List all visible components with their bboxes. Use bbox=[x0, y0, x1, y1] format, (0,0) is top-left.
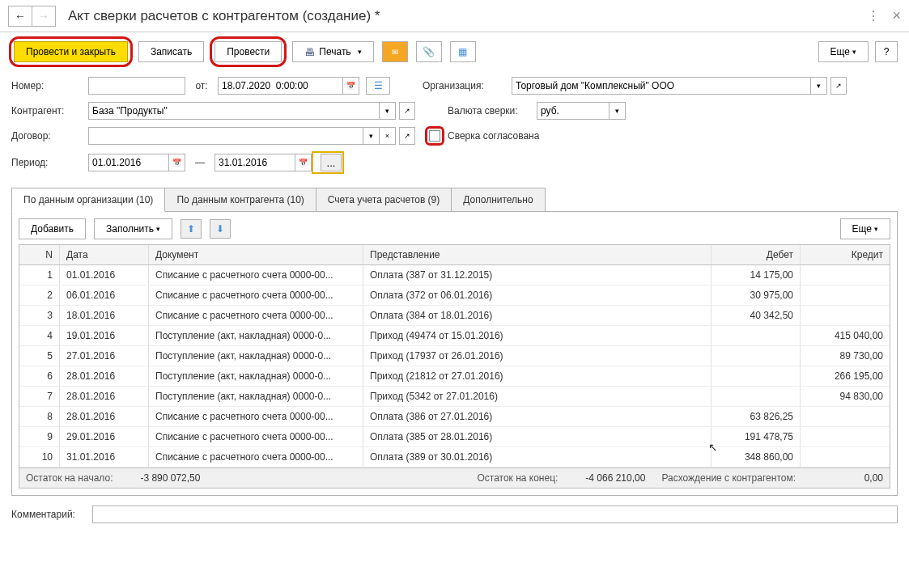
print-icon bbox=[304, 46, 315, 58]
post-and-close-button[interactable]: Провести и закрыть bbox=[14, 41, 128, 62]
cell: 27.01.2016 bbox=[60, 346, 149, 366]
footer-totals: Остаток на начало: -3 890 072,50 Остаток… bbox=[19, 468, 890, 489]
cell: Поступление (акт, накладная) 0000-0... bbox=[149, 387, 363, 406]
cell: Списание с расчетного счета 0000-00... bbox=[149, 286, 363, 305]
cell: Приход (21812 от 27.01.2016) bbox=[363, 366, 711, 386]
post-close-highlight: Провести и закрыть bbox=[9, 36, 133, 67]
title-bar: ← → Акт сверки расчетов с контрагентом (… bbox=[0, 0, 909, 32]
cell: Приход (5342 от 27.01.2016) bbox=[363, 387, 711, 406]
col-debit[interactable]: Дебет bbox=[711, 245, 801, 264]
counterparty-field[interactable] bbox=[88, 102, 380, 120]
contract-open[interactable]: ↗ bbox=[399, 127, 415, 145]
comment-row: Комментарий: bbox=[0, 496, 909, 533]
tab-org-data[interactable]: По данным организации (10) bbox=[11, 188, 165, 212]
col-date[interactable]: Дата bbox=[60, 245, 149, 264]
help-button[interactable]: ? bbox=[875, 41, 898, 62]
counterparty-open[interactable]: ↗ bbox=[399, 102, 415, 120]
date-field[interactable] bbox=[218, 77, 343, 95]
cell: 40 342,50 bbox=[711, 306, 801, 325]
tab-counterparty-data[interactable]: По данным контрагента (10) bbox=[164, 188, 316, 211]
org-label: Организация: bbox=[423, 80, 512, 91]
write-button[interactable]: Записать bbox=[138, 41, 204, 62]
cell: 3 bbox=[19, 306, 60, 325]
cell: 89 730,00 bbox=[801, 346, 890, 366]
more-options-icon[interactable]: ⋮ bbox=[867, 8, 880, 23]
calendar-button[interactable]: 📅 bbox=[343, 77, 359, 95]
close-icon[interactable]: × bbox=[892, 7, 901, 24]
table-header: N Дата Документ Представление Дебет Кред… bbox=[19, 245, 890, 265]
add-button[interactable]: Добавить bbox=[19, 218, 86, 239]
print-button[interactable]: Печать bbox=[292, 41, 373, 62]
number-field[interactable] bbox=[88, 77, 185, 95]
post-button[interactable]: Провести bbox=[215, 41, 282, 62]
period-select-button[interactable]: ... bbox=[321, 154, 342, 171]
currency-field[interactable] bbox=[537, 102, 610, 120]
period-from-field[interactable] bbox=[88, 154, 169, 171]
forward-button[interactable]: → bbox=[32, 6, 56, 27]
period-from-cal[interactable]: 📅 bbox=[169, 154, 185, 171]
col-doc[interactable]: Документ bbox=[149, 245, 363, 264]
cell: Списание с расчетного счета 0000-00... bbox=[149, 427, 363, 446]
fill-button[interactable]: Заполнить bbox=[94, 218, 172, 239]
counterparty-dropdown[interactable]: ▾ bbox=[380, 102, 396, 120]
org-field[interactable] bbox=[512, 77, 811, 95]
move-down-button[interactable]: ⬇ bbox=[210, 219, 231, 239]
more-button[interactable]: Еще bbox=[818, 41, 869, 62]
col-n[interactable]: N bbox=[19, 245, 60, 264]
table-row[interactable]: 628.01.2016Поступление (акт, накладная) … bbox=[19, 366, 890, 387]
main-toolbar: Провести и закрыть Записать Провести Печ… bbox=[0, 32, 909, 74]
cell: Приход (49474 от 15.01.2016) bbox=[363, 326, 711, 345]
agreed-checkbox[interactable] bbox=[429, 130, 440, 142]
period-to-field[interactable] bbox=[215, 154, 295, 171]
table-row[interactable]: 728.01.2016Поступление (акт, накладная) … bbox=[19, 387, 890, 407]
print-label: Печать bbox=[319, 46, 350, 57]
cell: 6 bbox=[19, 366, 60, 386]
start-balance-value: -3 890 072,50 bbox=[119, 472, 200, 484]
cell: 28.01.2016 bbox=[60, 366, 149, 386]
cell: Поступление (акт, накладная) 0000-0... bbox=[149, 366, 363, 386]
cell: 9 bbox=[19, 427, 60, 446]
cell: 2 bbox=[19, 286, 60, 305]
contract-label: Договор: bbox=[11, 130, 88, 142]
mail-button[interactable]: ✉ bbox=[382, 41, 408, 62]
cell: 30 975,00 bbox=[711, 286, 801, 305]
col-repr[interactable]: Представление bbox=[363, 245, 711, 264]
number-label: Номер: bbox=[11, 80, 88, 91]
table-row[interactable]: 419.01.2016Поступление (акт, накладная) … bbox=[19, 326, 890, 346]
period-label: Период: bbox=[11, 157, 88, 168]
cell: 415 040,00 bbox=[801, 326, 890, 345]
cell: 01.01.2016 bbox=[60, 265, 149, 285]
tab-extra[interactable]: Дополнительно bbox=[451, 188, 545, 211]
end-balance-value: -4 066 210,00 bbox=[564, 472, 645, 484]
structure-button[interactable]: ▦ bbox=[450, 41, 476, 62]
contract-field[interactable] bbox=[88, 127, 363, 145]
table-row[interactable]: 101.01.2016Списание с расчетного счета 0… bbox=[19, 265, 890, 286]
attach-button[interactable]: 📎 bbox=[416, 41, 442, 62]
col-credit[interactable]: Кредит bbox=[801, 245, 890, 264]
period-to-cal[interactable]: 📅 bbox=[295, 154, 312, 171]
org-open[interactable]: ↗ bbox=[830, 77, 847, 95]
cell: 266 195,00 bbox=[801, 366, 890, 386]
currency-dropdown[interactable]: ▾ bbox=[610, 102, 626, 120]
contract-clear[interactable]: × bbox=[380, 127, 396, 145]
table-row[interactable]: 527.01.2016Поступление (акт, накладная) … bbox=[19, 346, 890, 366]
cell: Приход (17937 от 26.01.2016) bbox=[363, 346, 711, 366]
tab-accounts[interactable]: Счета учета расчетов (9) bbox=[316, 188, 452, 211]
back-button[interactable]: ← bbox=[8, 6, 32, 27]
page-title: Акт сверки расчетов с контрагентом (созд… bbox=[68, 8, 867, 24]
table-row[interactable]: 206.01.2016Списание с расчетного счета 0… bbox=[19, 286, 890, 306]
comment-field[interactable] bbox=[92, 506, 898, 523]
contract-dropdown[interactable]: ▾ bbox=[363, 127, 380, 145]
table-row[interactable]: 318.01.2016Списание с расчетного счета 0… bbox=[19, 306, 890, 326]
tabs: По данным организации (10) По данным кон… bbox=[11, 188, 898, 212]
table-row[interactable]: 828.01.2016Списание с расчетного счета 0… bbox=[19, 407, 890, 427]
move-up-button[interactable]: ⬆ bbox=[181, 219, 202, 239]
cell bbox=[801, 306, 890, 325]
list-icon-button[interactable]: ☰ bbox=[366, 77, 390, 95]
table-row[interactable]: 929.01.2016Списание с расчетного счета 0… bbox=[19, 427, 890, 447]
org-dropdown[interactable]: ▾ bbox=[811, 77, 827, 95]
cell bbox=[801, 286, 890, 305]
table-row[interactable]: 1031.01.2016Списание с расчетного счета … bbox=[19, 447, 890, 467]
tab-more-button[interactable]: Еще bbox=[840, 218, 890, 239]
form-area: Номер: от: 📅 ☰ Организация: ▾ ↗ Контраге… bbox=[0, 74, 909, 181]
